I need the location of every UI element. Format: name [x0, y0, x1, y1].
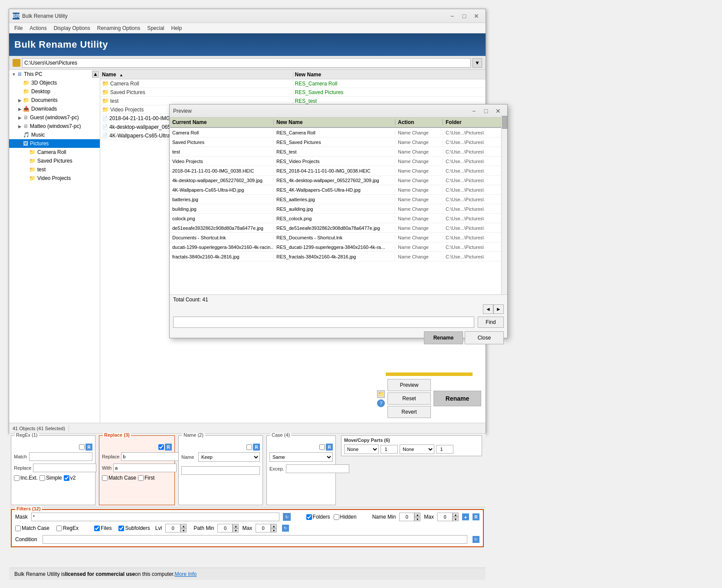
first-checkbox-label[interactable]: First	[138, 475, 154, 481]
col-name-header[interactable]: Name ▲	[100, 72, 293, 78]
preview-row[interactable]: batteries.jpg RES_aatteries.jpg Name Cha…	[170, 195, 507, 204]
preview-col-new[interactable]: New Name	[274, 119, 395, 125]
files-checkbox[interactable]	[94, 526, 100, 531]
preview-row[interactable]: 4K-Wallpapers-Cs65-Ultra-HD.jpg RES_4K-W…	[170, 185, 507, 195]
path-input[interactable]	[22, 58, 471, 68]
tree-item-matteo[interactable]: ▶ 🖥 Matteo (windows7-pc)	[9, 122, 100, 131]
tree-item-savedpictures[interactable]: 📁 Saved Pictures	[9, 157, 100, 165]
case-r-button[interactable]: R	[326, 444, 333, 451]
regex-replace-input[interactable]	[33, 464, 96, 472]
name-max-down[interactable]: ▼	[453, 517, 459, 521]
preview-col-action[interactable]: Action	[395, 119, 443, 125]
revert-button[interactable]: Revert	[387, 406, 431, 418]
mask-input[interactable]	[31, 513, 279, 521]
tree-item-cameraroll[interactable]: 📁 Camera Roll	[9, 148, 100, 157]
preview-row[interactable]: building.jpg RES_auilding.jpg Name Chang…	[170, 204, 507, 214]
tree-item-desktop[interactable]: 📁 Desktop	[9, 87, 100, 96]
folders-checkbox-label[interactable]: Folders	[306, 514, 330, 520]
movecopy-select1[interactable]: None Prefix Suffix	[344, 444, 379, 454]
preview-row[interactable]: de51eeafe3932862c908d80a78a6477e.jpg RES…	[170, 223, 507, 233]
preview-col-current[interactable]: Current Name	[170, 119, 274, 125]
tree-item-downloads[interactable]: ▶ 📥 Downloads	[9, 105, 100, 113]
match-case-checkbox[interactable]	[102, 475, 108, 481]
folder-pick-icon[interactable]: 📁	[377, 390, 385, 398]
match-case-checkbox-label[interactable]: Match Case	[102, 475, 136, 481]
tree-item-music[interactable]: 🎵 Music	[9, 131, 100, 139]
preview-row[interactable]: Documents - Shortcut.lnk RES_Documents -…	[170, 233, 507, 242]
filters-refresh-button[interactable]: ↻	[282, 525, 289, 532]
preview-row[interactable]: 2018-04-21-11-01-00-IMG_0038.HEIC RES_20…	[170, 166, 507, 176]
movecopy-num2[interactable]	[436, 445, 453, 454]
preview-rename-button[interactable]: Rename	[424, 331, 463, 344]
preview-scrollbar[interactable]	[501, 115, 507, 294]
file-row[interactable]: 📁Saved Pictures RES_Saved Pictures	[100, 88, 486, 97]
lvl-input[interactable]	[165, 524, 180, 532]
case-excep-input[interactable]	[286, 464, 349, 473]
first-checkbox[interactable]	[138, 475, 144, 481]
file-row[interactable]: 📁Camera Roll RES_Camera Roll	[100, 79, 486, 88]
tree-item-documents[interactable]: ▶ 📁 Documents	[9, 96, 100, 105]
path-max-up[interactable]: ▲	[271, 524, 277, 528]
match-case-filter-label[interactable]: Match Case	[15, 525, 49, 531]
preview-search-input[interactable]	[173, 317, 474, 328]
col-newname-header[interactable]: New Name	[293, 72, 486, 78]
simple-checkbox[interactable]	[39, 475, 45, 481]
preview-maximize-button[interactable]: □	[480, 107, 492, 115]
name-max-input[interactable]	[437, 513, 453, 521]
filters-scroll-up[interactable]: ▲	[462, 513, 469, 520]
case-select[interactable]: Same Upper Lower Title	[269, 452, 333, 462]
name-checkbox-v[interactable]	[246, 444, 252, 451]
v2-checkbox-label[interactable]: v2	[64, 475, 76, 481]
preview-minimize-button[interactable]: −	[468, 107, 479, 115]
tree-item-3dobjects[interactable]: 📁 3D Objects	[9, 78, 100, 87]
preview-close-button[interactable]: ✕	[492, 107, 504, 115]
condition-refresh-button[interactable]: ↻	[473, 536, 479, 543]
preview-find-button[interactable]: Find	[478, 317, 504, 328]
incext-checkbox[interactable]	[14, 475, 20, 481]
preview-row[interactable]: fractals-3840x2160-4k-2816.jpg RES_fract…	[170, 252, 507, 261]
v2-checkbox[interactable]	[64, 475, 69, 481]
preview-row[interactable]: Video Projects RES_Video Projects Name C…	[170, 157, 507, 166]
regex-match-input[interactable]	[29, 452, 92, 461]
menu-special[interactable]: Special	[144, 23, 167, 33]
preview-row[interactable]: Saved Pictures RES_Saved Pictures Name C…	[170, 137, 507, 147]
filter-match-case-checkbox[interactable]	[15, 526, 21, 531]
help-icon[interactable]: ?	[377, 399, 385, 407]
movecopy-select2[interactable]: None Prefix Suffix	[400, 444, 434, 454]
name-max-up[interactable]: ▲	[453, 513, 459, 517]
preview-row[interactable]: Camera Roll RES_Camera Roll Name Change …	[170, 128, 507, 137]
tree-scroll-up[interactable]: ▲	[92, 71, 99, 78]
subfolders-checkbox-label[interactable]: Subfolders	[118, 525, 150, 531]
filter-regex-checkbox[interactable]	[56, 526, 62, 531]
path-browse-button[interactable]: ▼	[473, 58, 482, 68]
condition-input[interactable]	[43, 535, 467, 544]
main-close-button[interactable]: ✕	[471, 12, 482, 20]
minimize-button[interactable]: −	[446, 12, 458, 20]
mask-refresh-button[interactable]: ↻	[283, 513, 291, 521]
case-checkbox-v[interactable]	[319, 444, 325, 451]
files-checkbox-label[interactable]: Files	[94, 525, 112, 531]
main-rename-button[interactable]: Rename	[433, 391, 481, 406]
regex-checkbox-v[interactable]	[79, 444, 85, 451]
reset-button[interactable]: Reset	[387, 392, 431, 405]
replace-r-button[interactable]: R	[165, 444, 172, 451]
simple-checkbox-label[interactable]: Simple	[39, 475, 62, 481]
name-min-input[interactable]	[399, 513, 414, 521]
menu-help[interactable]: Help	[168, 23, 186, 33]
path-min-up[interactable]: ▲	[233, 524, 239, 528]
name-select[interactable]: Keep Fixed Remove	[198, 452, 260, 462]
path-min-down[interactable]: ▼	[233, 528, 239, 532]
movecopy-num1[interactable]	[381, 445, 398, 454]
menu-file[interactable]: File	[11, 23, 26, 33]
tree-item-guest[interactable]: ▶ 🖥 Guest (windows7-pc)	[9, 113, 100, 122]
name-r-button[interactable]: R	[253, 444, 260, 451]
preview-row[interactable]: 4k-desktop-wallpaper_065227602_309.jpg R…	[170, 176, 507, 185]
preview-close-action-button[interactable]: Close	[465, 331, 504, 344]
hidden-checkbox[interactable]	[334, 514, 339, 520]
replace-checkbox-v[interactable]	[158, 444, 164, 451]
menu-renaming-options[interactable]: Renaming Options	[94, 23, 144, 33]
name-text-input[interactable]	[181, 466, 260, 475]
lvl-up[interactable]: ▲	[180, 524, 187, 528]
preview-row[interactable]: ducati-1299-superleggera-3840x2160-4k-ra…	[170, 242, 507, 252]
tree-item-pictures[interactable]: ▼ 🖼 Pictures	[9, 139, 100, 148]
